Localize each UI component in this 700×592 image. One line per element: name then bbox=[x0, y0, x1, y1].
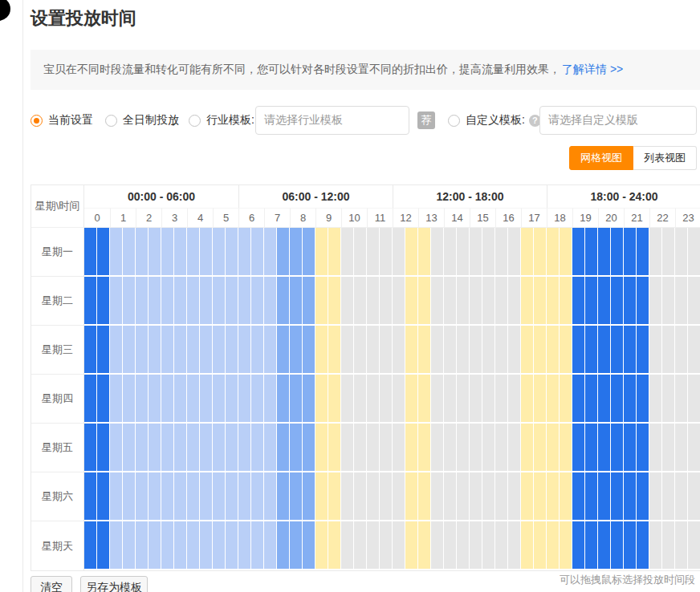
time-cell[interactable] bbox=[675, 521, 688, 570]
time-cell[interactable] bbox=[84, 424, 97, 472]
time-cell[interactable] bbox=[303, 228, 315, 277]
time-cell[interactable] bbox=[84, 228, 97, 277]
time-cell[interactable] bbox=[662, 228, 675, 277]
time-cell[interactable] bbox=[495, 424, 508, 472]
time-cell[interactable] bbox=[187, 472, 200, 521]
time-cell[interactable] bbox=[290, 424, 303, 472]
time-cell[interactable] bbox=[149, 521, 161, 570]
time-cell[interactable] bbox=[213, 424, 226, 472]
time-cell[interactable] bbox=[315, 375, 328, 424]
time-cell[interactable] bbox=[547, 277, 560, 326]
time-cell[interactable] bbox=[187, 326, 200, 375]
time-cell[interactable] bbox=[418, 375, 431, 424]
time-cell[interactable] bbox=[328, 521, 341, 570]
time-cell[interactable] bbox=[572, 326, 585, 375]
time-cell[interactable] bbox=[521, 277, 534, 326]
time-cell[interactable] bbox=[431, 326, 444, 375]
time-cell[interactable] bbox=[380, 326, 393, 375]
time-cell[interactable] bbox=[238, 277, 251, 326]
time-cell[interactable] bbox=[277, 277, 290, 326]
time-cell[interactable] bbox=[521, 424, 534, 472]
time-cell[interactable] bbox=[675, 277, 688, 326]
time-cell[interactable] bbox=[418, 521, 431, 570]
time-cell[interactable] bbox=[444, 277, 457, 326]
time-cell[interactable] bbox=[84, 326, 97, 375]
time-cell[interactable] bbox=[572, 375, 585, 424]
time-cell[interactable] bbox=[405, 424, 418, 472]
time-cell[interactable] bbox=[598, 228, 611, 277]
time-cell[interactable] bbox=[200, 375, 213, 424]
time-cell[interactable] bbox=[547, 424, 560, 472]
time-cell[interactable] bbox=[84, 277, 97, 326]
time-cell[interactable] bbox=[226, 228, 238, 277]
industry-template-select[interactable]: 请选择行业模板 bbox=[255, 106, 409, 135]
time-cell[interactable] bbox=[649, 375, 662, 424]
time-cell[interactable] bbox=[534, 228, 547, 277]
learn-more-link[interactable]: 了解详情 >> bbox=[562, 63, 623, 77]
time-cell[interactable] bbox=[200, 326, 213, 375]
time-cell[interactable] bbox=[611, 277, 624, 326]
time-cell[interactable] bbox=[637, 277, 649, 326]
time-cell[interactable] bbox=[572, 424, 585, 472]
time-cell[interactable] bbox=[97, 277, 110, 326]
time-cell[interactable] bbox=[277, 375, 290, 424]
time-cell[interactable] bbox=[149, 326, 161, 375]
time-cell[interactable] bbox=[238, 521, 251, 570]
time-cell[interactable] bbox=[508, 277, 521, 326]
time-cell[interactable] bbox=[238, 424, 251, 472]
time-cell[interactable] bbox=[662, 277, 675, 326]
time-cell[interactable] bbox=[547, 375, 560, 424]
time-cell[interactable] bbox=[662, 326, 675, 375]
time-cell[interactable] bbox=[84, 521, 97, 570]
time-cell[interactable] bbox=[482, 521, 495, 570]
time-cell[interactable] bbox=[585, 277, 598, 326]
time-cell[interactable] bbox=[97, 521, 110, 570]
time-cell[interactable] bbox=[675, 228, 688, 277]
time-cell[interactable] bbox=[251, 472, 264, 521]
time-cell[interactable] bbox=[393, 521, 405, 570]
time-cell[interactable] bbox=[418, 228, 431, 277]
time-cell[interactable] bbox=[611, 326, 624, 375]
time-cell[interactable] bbox=[354, 375, 367, 424]
time-cell[interactable] bbox=[238, 228, 251, 277]
time-cell[interactable] bbox=[495, 228, 508, 277]
time-cell[interactable] bbox=[547, 228, 560, 277]
time-cell[interactable] bbox=[110, 228, 123, 277]
time-cell[interactable] bbox=[110, 375, 123, 424]
time-cell[interactable] bbox=[354, 521, 367, 570]
time-cell[interactable] bbox=[482, 375, 495, 424]
time-cell[interactable] bbox=[624, 228, 637, 277]
time-cell[interactable] bbox=[585, 375, 598, 424]
time-cell[interactable] bbox=[174, 424, 187, 472]
time-cell[interactable] bbox=[560, 277, 572, 326]
time-cell[interactable] bbox=[393, 424, 405, 472]
time-cell[interactable] bbox=[393, 472, 405, 521]
time-cell[interactable] bbox=[470, 277, 482, 326]
time-cell[interactable] bbox=[226, 424, 238, 472]
time-cell[interactable] bbox=[328, 472, 341, 521]
time-cell[interactable] bbox=[444, 424, 457, 472]
time-cell[interactable] bbox=[637, 472, 649, 521]
time-cell[interactable] bbox=[637, 375, 649, 424]
time-cell[interactable] bbox=[444, 326, 457, 375]
time-cell[interactable] bbox=[495, 521, 508, 570]
time-cell[interactable] bbox=[534, 277, 547, 326]
time-cell[interactable] bbox=[97, 472, 110, 521]
time-cell[interactable] bbox=[611, 424, 624, 472]
time-cell[interactable] bbox=[649, 277, 662, 326]
time-cell[interactable] bbox=[110, 424, 123, 472]
time-cell[interactable] bbox=[482, 472, 495, 521]
time-cell[interactable] bbox=[560, 326, 572, 375]
time-cell[interactable] bbox=[444, 521, 457, 570]
time-cell[interactable] bbox=[123, 326, 136, 375]
time-cell[interactable] bbox=[341, 277, 354, 326]
time-cell[interactable] bbox=[675, 375, 688, 424]
time-cell[interactable] bbox=[315, 472, 328, 521]
time-cell[interactable] bbox=[213, 472, 226, 521]
time-cell[interactable] bbox=[277, 228, 290, 277]
time-cell[interactable] bbox=[213, 375, 226, 424]
time-cell[interactable] bbox=[624, 424, 637, 472]
custom-template-select[interactable]: 请选择自定义模版 bbox=[539, 106, 697, 135]
time-cell[interactable] bbox=[534, 326, 547, 375]
time-cell[interactable] bbox=[341, 375, 354, 424]
